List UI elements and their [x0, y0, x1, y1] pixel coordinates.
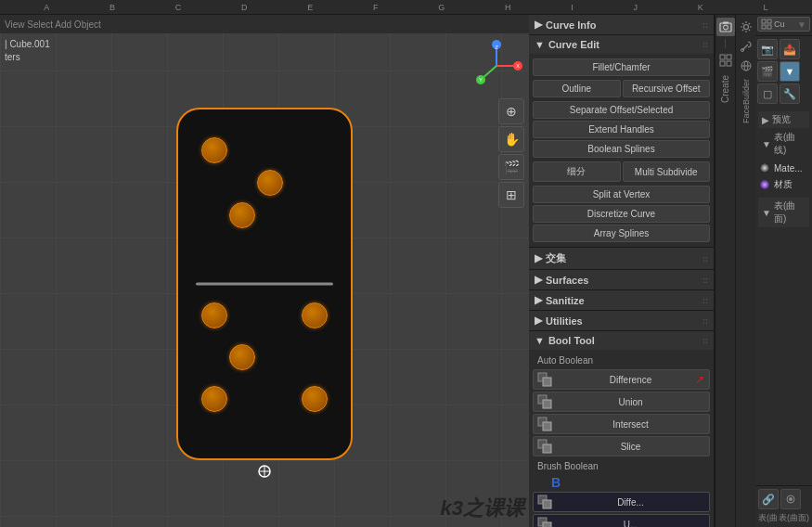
sanitize-arrow: ▶	[535, 294, 542, 306]
svg-rect-26	[720, 23, 731, 32]
properties-panel: Cu ▼ 📷 📤 🎬 ▼ ▢ 🔧 ▶ 预览 ▼ 表(曲线)	[755, 15, 812, 527]
curve-tools-panel: ▶ Curve Info :: ▼ Curve Edit :: Fillet/C…	[529, 15, 715, 527]
sanitize-header[interactable]: ▶ Sanitize ::	[529, 290, 714, 310]
cursor-btn[interactable]: ⊕	[498, 98, 524, 124]
svg-text:Y: Y	[479, 77, 483, 83]
ruler-mark-b: B	[110, 3, 115, 12]
side-strip-2: FaceBuilder	[735, 15, 755, 527]
recursive-offset-btn[interactable]: Recursive Offset	[623, 80, 711, 97]
viewport[interactable]: View Select Add Object | Cube.001 ters Z…	[0, 15, 529, 527]
curve-edit-arrow: ▼	[535, 39, 545, 50]
jiaohui-header[interactable]: ▶ 交集 ::	[529, 248, 714, 269]
transform-handle[interactable]	[257, 464, 272, 479]
prop-tab-output[interactable]: 📤	[780, 39, 800, 59]
side-icon-camera[interactable]	[716, 18, 735, 36]
ruler-mark-d: D	[241, 3, 248, 12]
curve-edit-dots: ::	[702, 40, 708, 49]
bottom-labels: 表(曲 表(曲面)	[758, 512, 809, 524]
subdivide-btn[interactable]: 细分	[533, 161, 621, 182]
separate-offset-btn[interactable]: Separate Offset/Selected	[533, 101, 710, 119]
side-icon-physics[interactable]	[737, 57, 755, 75]
domino-container	[176, 108, 353, 460]
nav-gizmo[interactable]: Z X Y	[469, 38, 524, 94]
side-icon-wrench[interactable]	[737, 37, 755, 56]
prop-tab-render[interactable]: 📷	[757, 39, 778, 59]
dot-7	[201, 386, 227, 412]
prop-icons-row: 📷 📤 🎬 ▼ ▢ 🔧	[755, 36, 812, 107]
subdivide-row: 细分 Multi Subdivide	[533, 160, 710, 184]
curve-edit-label: Curve Edit	[548, 39, 599, 50]
curve-surface-collapse[interactable]: ▼ 表(曲线)	[758, 129, 809, 159]
bottom-tab-1[interactable]: 🔗	[758, 489, 779, 509]
utilities-arrow: ▶	[535, 315, 542, 327]
prop-tab-view[interactable]: 🎬	[757, 61, 778, 82]
material-row-1: Mate...	[758, 160, 809, 176]
facebuilder-label: FaceBuilder	[741, 76, 752, 126]
brush-diff-btn[interactable]: Diffe...	[533, 492, 710, 512]
ruler-mark-g: G	[438, 3, 445, 12]
bool-tool-dots: ::	[702, 336, 708, 345]
difference-btn[interactable]: Difference ↗	[533, 369, 710, 390]
bottom-curve-label: 表(曲	[758, 512, 778, 524]
fillet-chamfer-btn[interactable]: Fillet/Chamfer	[533, 58, 710, 76]
curve-info-dots: ::	[702, 20, 708, 30]
side-icon-gear[interactable]	[737, 18, 755, 36]
view-selector[interactable]: Cu ▼	[757, 17, 810, 32]
material-section: ▶ 预览 ▼ 表(曲线) Mate...	[755, 107, 812, 232]
intersect-btn[interactable]: Intersect	[533, 414, 710, 434]
view-selector-arrow: ▼	[797, 19, 806, 30]
ruler-mark-a: A	[44, 3, 49, 12]
brush-b-icon: B	[551, 475, 561, 490]
view-selector-icon	[761, 19, 772, 30]
surfaces-dots: ::	[702, 276, 708, 285]
multi-subdivide-btn[interactable]: Multi Subdivide	[623, 161, 711, 182]
table-surface-section[interactable]: ▼ 表(曲面)	[758, 198, 809, 227]
split-vertex-btn[interactable]: Split at Vertex	[533, 186, 710, 203]
ruler-mark-l: L	[764, 3, 768, 12]
difference-arrow: ↗	[695, 373, 704, 386]
bottom-surface-label: 表(曲面)	[779, 512, 809, 524]
bottom-icons: 🔗	[758, 489, 809, 509]
side-icon-view[interactable]	[716, 51, 735, 70]
extend-handles-btn[interactable]: Extend Handles	[533, 121, 710, 138]
dot-2	[257, 170, 283, 196]
bool-tool-header[interactable]: ▼ Bool Tool ::	[529, 331, 714, 350]
curve-edit-header[interactable]: ▼ Curve Edit ::	[529, 35, 714, 54]
curve-info-header[interactable]: ▶ Curve Info ::	[529, 15, 714, 34]
move-btn[interactable]: ✋	[498, 126, 524, 152]
svg-rect-13	[543, 378, 551, 386]
intersect-label: Intersect	[556, 419, 705, 430]
ruler-mark-h: H	[505, 3, 511, 12]
svg-rect-28	[723, 22, 728, 24]
discretize-btn[interactable]: Discretize Curve	[533, 205, 710, 223]
ruler-mark-k: K	[698, 3, 703, 12]
boolean-splines-btn[interactable]: Boolean Splines	[533, 140, 710, 158]
brush-union-btn[interactable]: U...	[533, 514, 710, 527]
bottom-tab-2[interactable]	[780, 489, 801, 509]
surfaces-header[interactable]: ▶ Surfaces ::	[529, 270, 714, 289]
prop-tab-active[interactable]: ▼	[780, 61, 800, 82]
material-row-2: 材质	[758, 176, 809, 193]
array-splines-btn[interactable]: Array Splines	[533, 225, 710, 242]
auto-boolean-label: Auto Boolean	[533, 353, 710, 367]
utilities-header[interactable]: ▶ Utilities ::	[529, 311, 714, 330]
union-btn[interactable]: Union	[533, 392, 710, 412]
slice-label: Slice	[556, 442, 705, 452]
bottom-section: 🔗 表(曲 表(曲面)	[755, 485, 812, 527]
sanitize-label: Sanitize	[546, 295, 585, 306]
right-panel: ▶ Curve Info :: ▼ Curve Edit :: Fillet/C…	[529, 15, 812, 527]
bool-tool-section: ▼ Bool Tool :: Auto Boolean Difference ↗	[529, 331, 714, 527]
outline-btn[interactable]: Outline	[533, 80, 621, 97]
grid-btn[interactable]: ⊞	[498, 182, 524, 208]
sanitize-section: ▶ Sanitize ::	[529, 290, 714, 311]
domino-object	[176, 108, 353, 460]
camera-orbit-btn[interactable]: 🎬	[498, 154, 524, 180]
material-sphere-icon	[758, 161, 771, 174]
preview-collapse[interactable]: ▶ 预览	[758, 111, 809, 128]
slice-btn[interactable]: Slice	[533, 436, 710, 456]
prop-tab-modifier[interactable]: 🔧	[780, 84, 800, 104]
side-strip-1: Create	[715, 15, 735, 527]
prop-tab-object[interactable]: ▢	[757, 84, 778, 104]
dot-6	[229, 344, 255, 370]
svg-text:Z: Z	[495, 45, 498, 50]
